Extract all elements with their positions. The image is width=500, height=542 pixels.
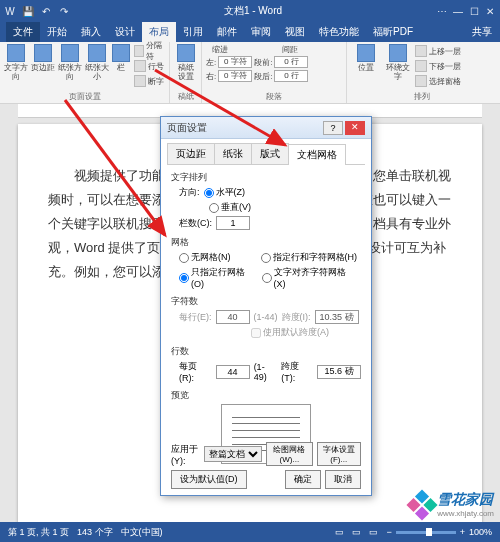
radio-horizontal[interactable]: 水平(Z): [204, 186, 246, 199]
watermark-icon: [407, 489, 438, 520]
section-grid: 网格: [171, 236, 361, 249]
indent-left-input[interactable]: 0 字符: [218, 56, 252, 68]
save-icon[interactable]: 💾: [22, 5, 34, 17]
section-lines: 行数: [171, 345, 361, 358]
undo-icon[interactable]: ↶: [40, 5, 52, 17]
tab-view[interactable]: 视图: [278, 22, 312, 42]
tab-file[interactable]: 文件: [6, 22, 40, 42]
maximize-icon[interactable]: ☐: [468, 5, 480, 17]
forward-icon: [415, 45, 427, 57]
app-icon: W: [4, 5, 16, 17]
columns-button[interactable]: 栏: [112, 44, 130, 72]
line-num-icon: [134, 60, 146, 72]
dialog-close-button[interactable]: ✕: [345, 121, 365, 135]
tab-mailings[interactable]: 邮件: [210, 22, 244, 42]
watermark: 雪花家园 www.xhjaty.com: [411, 491, 494, 518]
tab-review[interactable]: 审阅: [244, 22, 278, 42]
hyphen-icon: [134, 75, 146, 87]
wrap-text-button[interactable]: 环绕文字: [383, 44, 413, 81]
tab-insert[interactable]: 插入: [74, 22, 108, 42]
zoom-slider[interactable]: [396, 531, 456, 534]
char-pitch-input: [315, 310, 359, 324]
section-text-direction: 文字排列: [171, 171, 361, 184]
line-pitch-input[interactable]: [317, 365, 361, 379]
redo-icon[interactable]: ↷: [58, 5, 70, 17]
columns-input[interactable]: [216, 216, 250, 230]
view-web-icon[interactable]: ▭: [369, 527, 378, 537]
send-backward-button[interactable]: 下移一层: [415, 59, 461, 73]
page-setup-dialog: 页面设置 ? ✕ 页边距 纸张 版式 文档网格 文字排列 方向: 水平(Z) 垂…: [160, 116, 372, 496]
close-icon[interactable]: ✕: [484, 5, 496, 17]
font-settings-button[interactable]: 字体设置(F)...: [317, 442, 361, 466]
breaks-button[interactable]: 分隔符: [134, 44, 166, 58]
watermark-url: www.xhjaty.com: [437, 509, 494, 518]
zoom-out-button[interactable]: −: [386, 527, 391, 537]
view-print-icon[interactable]: ▭: [352, 527, 361, 537]
position-button[interactable]: 位置: [351, 44, 381, 72]
status-words[interactable]: 143 个字: [77, 526, 113, 539]
apply-to-select[interactable]: 整篇文档: [204, 446, 262, 462]
view-read-icon[interactable]: ▭: [335, 527, 344, 537]
tab-references[interactable]: 引用: [176, 22, 210, 42]
ok-button[interactable]: 确定: [285, 470, 321, 489]
share-button[interactable]: 共享: [464, 22, 500, 42]
breaks-icon: [134, 45, 144, 57]
bring-forward-button[interactable]: 上移一层: [415, 44, 461, 58]
selection-icon: [415, 75, 427, 87]
cancel-button[interactable]: 取消: [325, 470, 361, 489]
zoom-in-button[interactable]: +: [460, 527, 465, 537]
size-button[interactable]: 纸张大小: [85, 44, 110, 81]
radio-line-grid[interactable]: 只指定行网格(O): [179, 266, 258, 289]
window-title: 文档1 - Word: [70, 4, 436, 18]
svg-line-1: [65, 100, 165, 235]
tab-design[interactable]: 设计: [108, 22, 142, 42]
radio-snap-grid[interactable]: 文字对齐字符网格(X): [262, 266, 357, 289]
text-direction-button[interactable]: 文字方向: [4, 44, 29, 81]
dialog-help-button[interactable]: ?: [323, 121, 343, 135]
checkbox-default-pitch: 使用默认跨度(A): [251, 326, 329, 339]
set-default-button[interactable]: 设为默认值(D): [171, 470, 247, 489]
selection-pane-button[interactable]: 选择窗格: [415, 74, 461, 88]
section-preview: 预览: [171, 389, 361, 402]
status-language[interactable]: 中文(中国): [121, 526, 163, 539]
status-page[interactable]: 第 1 页, 共 1 页: [8, 526, 69, 539]
radio-no-grid[interactable]: 无网格(N): [179, 251, 231, 264]
minimize-icon[interactable]: —: [452, 5, 464, 17]
radio-char-grid[interactable]: 指定行和字符网格(H): [261, 251, 358, 264]
backward-icon: [415, 60, 427, 72]
tab-pdf[interactable]: 福昕PDF: [366, 22, 420, 42]
annotation-arrow-2: [65, 100, 185, 254]
ribbon-opts-icon[interactable]: ⋯: [436, 5, 448, 17]
lines-per-page-input[interactable]: [216, 365, 250, 379]
chars-per-line-input: [216, 310, 250, 324]
orientation-button[interactable]: 纸张方向: [58, 44, 83, 81]
tab-layout[interactable]: 布局: [142, 22, 176, 42]
zoom-level[interactable]: 100%: [469, 527, 492, 537]
space-before-input[interactable]: 0 行: [274, 56, 308, 68]
radio-vertical[interactable]: 垂直(V): [209, 201, 251, 214]
group-label-arrange: 排列: [351, 90, 493, 102]
tab-home[interactable]: 开始: [40, 22, 74, 42]
section-chars: 字符数: [171, 295, 361, 308]
watermark-name: 雪花家园: [437, 491, 493, 507]
margins-button[interactable]: 页边距: [31, 44, 56, 72]
tab-special[interactable]: 特色功能: [312, 22, 366, 42]
draw-grid-button[interactable]: 绘图网格(W)...: [266, 442, 312, 466]
